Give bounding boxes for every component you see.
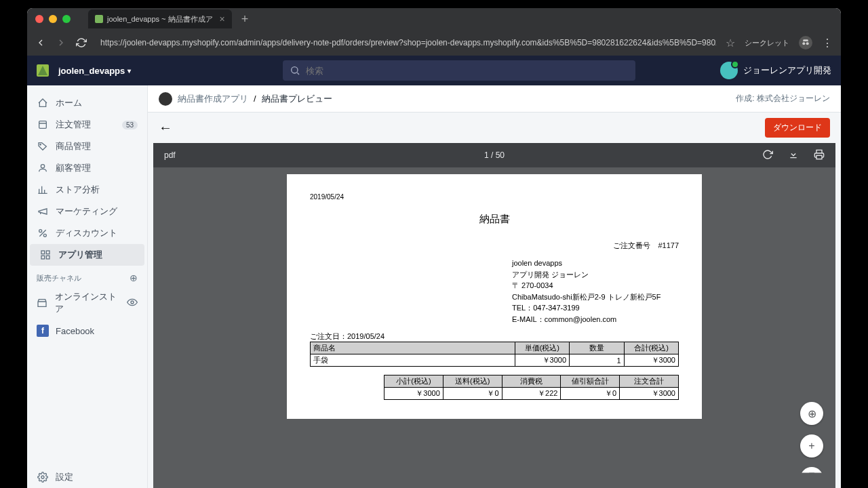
svg-point-4	[40, 144, 41, 145]
shopify-topbar: joolen_devapps ▾ ジョーレンアプリ開発	[27, 56, 841, 85]
close-window-icon[interactable]	[35, 15, 43, 23]
sidebar-channel-facebook[interactable]: fFacebook	[27, 320, 147, 342]
sidebar-item-label: ホーム	[56, 97, 82, 109]
favicon-icon	[95, 15, 103, 23]
svg-rect-9	[46, 251, 50, 254]
app-icon	[159, 92, 172, 106]
store-name: joolen_devapps	[58, 66, 125, 76]
back-button[interactable]: ←	[159, 120, 172, 136]
browser-addressbar: https://joolen-devapps.myshopify.com/adm…	[27, 30, 841, 56]
sidebar-channel-online[interactable]: オンラインストア	[27, 286, 147, 320]
sidebar-item-apps[interactable]: アプリ管理	[30, 244, 144, 266]
maker-info: 作成: 株式会社ジョーレン	[736, 93, 830, 104]
orders-badge: 53	[122, 121, 138, 129]
minimize-window-icon[interactable]	[49, 15, 57, 23]
back-icon[interactable]	[35, 37, 46, 48]
percent-icon	[37, 227, 49, 239]
breadcrumb-page: 納品書プレビュー	[262, 93, 332, 105]
download-icon[interactable]	[788, 149, 799, 162]
rotate-icon[interactable]	[762, 149, 773, 162]
svg-point-6	[39, 230, 42, 232]
shopify-logo-icon	[37, 64, 49, 77]
chevron-down-icon: ▾	[127, 67, 131, 75]
zoom-out-button[interactable]: −	[800, 467, 823, 479]
browser-menu-icon[interactable]: ⋮	[822, 37, 833, 49]
sidebar-item-settings[interactable]: 設定	[27, 466, 147, 488]
pdf-name: pdf	[164, 150, 176, 160]
search-input[interactable]	[306, 66, 629, 76]
table-row: ￥3000￥0￥222￥0￥3000	[384, 388, 679, 400]
maximize-window-icon[interactable]	[62, 15, 71, 23]
sidebar-item-marketing[interactable]: マーケティング	[27, 201, 147, 222]
svg-point-0	[802, 42, 805, 45]
tab-title: joolen_devapps ~ 納品書作成ア	[107, 14, 213, 24]
pdf-viewer[interactable]: 2019/05/24 納品書 ご注文番号 #1177 joolen devapp…	[153, 167, 835, 488]
store-switcher[interactable]: joolen_devapps ▾	[58, 66, 131, 76]
tag-icon	[37, 140, 49, 152]
doc-title: 納品書	[310, 213, 679, 226]
svg-point-1	[806, 42, 809, 45]
sidebar-item-label: マーケティング	[56, 205, 117, 218]
sidebar-item-label: 注文管理	[56, 119, 91, 131]
add-channel-icon[interactable]: ⊕	[130, 272, 138, 283]
search-icon	[290, 65, 300, 76]
sidebar-item-label: ディスカウント	[56, 227, 117, 239]
svg-point-12	[131, 301, 134, 304]
browser-tab[interactable]: joolen_devapps ~ 納品書作成ア ×	[88, 9, 232, 28]
tab-close-icon[interactable]: ×	[220, 14, 225, 24]
viewer-fab-group: ⊕ + −	[800, 402, 823, 479]
sidebar-item-label: 設定	[56, 471, 73, 483]
svg-rect-3	[39, 121, 47, 129]
pdf-page: 2019/05/24 納品書 ご注文番号 #1177 joolen devapp…	[287, 174, 702, 419]
search-bar[interactable]	[283, 60, 635, 81]
svg-point-7	[43, 234, 46, 237]
sidebar: ホーム 注文管理53 商品管理 顧客管理 ストア分析 マーケティング ディスカウ…	[27, 85, 148, 488]
download-button[interactable]: ダウンロード	[765, 118, 830, 138]
apps-icon	[39, 249, 52, 261]
doc-date: 2019/05/24	[310, 193, 679, 201]
avatar	[720, 62, 738, 79]
sidebar-item-home[interactable]: ホーム	[27, 92, 147, 114]
order-number: ご注文番号 #1177	[310, 241, 679, 251]
order-date: ご注文日：2019/05/24	[310, 331, 679, 342]
sidebar-channels-header: 販売チャネル⊕	[27, 266, 147, 286]
print-icon[interactable]	[814, 149, 825, 162]
new-tab-button[interactable]: +	[241, 12, 249, 26]
reload-icon[interactable]	[76, 37, 87, 48]
svg-rect-14	[816, 155, 822, 159]
view-icon[interactable]	[127, 297, 138, 310]
svg-point-5	[41, 165, 44, 168]
sidebar-item-discounts[interactable]: ディスカウント	[27, 222, 147, 244]
url-text: https://joolen-devapps.myshopify.com/adm…	[100, 38, 716, 47]
home-icon	[37, 97, 49, 109]
sidebar-item-label: 商品管理	[56, 140, 91, 152]
incognito-label: シークレット	[745, 38, 789, 48]
svg-point-2	[292, 67, 298, 73]
megaphone-icon	[37, 205, 49, 218]
app-header: 納品書作成アプリ / 納品書プレビュー 作成: 株式会社ジョーレン	[148, 85, 841, 113]
toolbar: ← ダウンロード	[148, 113, 841, 143]
zoom-in-button[interactable]: +	[800, 434, 823, 458]
sidebar-item-orders[interactable]: 注文管理53	[27, 114, 147, 136]
bookmark-icon[interactable]: ☆	[726, 37, 735, 49]
sidebar-item-analytics[interactable]: ストア分析	[27, 179, 147, 201]
sidebar-item-label: オンラインストア	[55, 291, 120, 315]
orders-icon	[37, 119, 49, 131]
fit-page-button[interactable]: ⊕	[800, 402, 823, 425]
sidebar-item-label: アプリ管理	[58, 249, 102, 261]
forward-icon[interactable]	[56, 37, 66, 48]
username: ジョーレンアプリ開発	[743, 64, 831, 77]
items-table: 商品名単価(税込)数量合計(税込) 手袋￥30001￥3000	[310, 342, 679, 367]
main-content: 納品書作成アプリ / 納品書プレビュー 作成: 株式会社ジョーレン ← ダウンロ…	[148, 85, 841, 488]
sidebar-item-customers[interactable]: 顧客管理	[27, 157, 147, 179]
traffic-lights	[35, 15, 71, 23]
sidebar-item-label: ストア分析	[56, 184, 100, 196]
pdf-page-indicator: 1 / 50	[484, 150, 505, 160]
browser-titlebar: joolen_devapps ~ 納品書作成ア × +	[27, 8, 841, 30]
sidebar-item-products[interactable]: 商品管理	[27, 136, 147, 157]
url-bar[interactable]: https://joolen-devapps.myshopify.com/adm…	[96, 37, 716, 48]
user-menu[interactable]: ジョーレンアプリ開発	[720, 62, 831, 79]
user-icon	[37, 162, 49, 174]
sidebar-item-label: 顧客管理	[56, 162, 91, 174]
breadcrumb-app[interactable]: 納品書作成アプリ	[178, 93, 248, 105]
